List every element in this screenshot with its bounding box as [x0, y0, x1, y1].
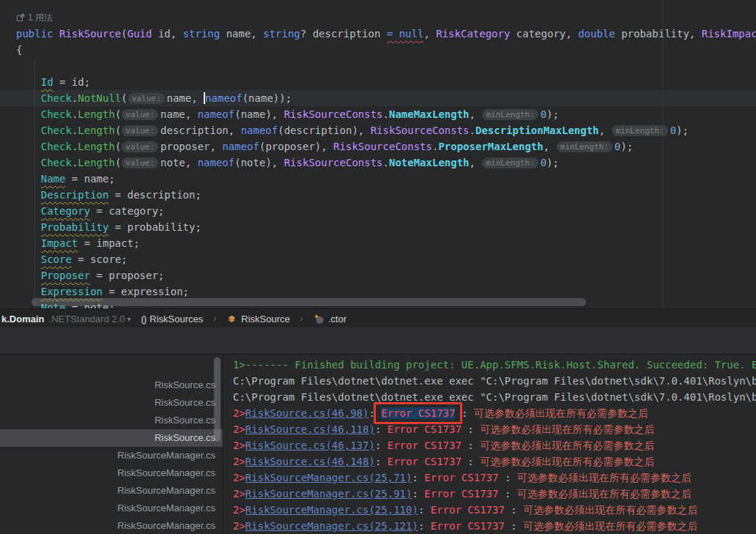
build-console-output[interactable]: 1>------- Finished building project: UE.…	[224, 355, 756, 534]
breadcrumb-item-namespace[interactable]: () RiskSources	[141, 314, 204, 325]
file-list-item[interactable]: RiskSourceManager.cs	[0, 464, 223, 482]
code-token: (	[115, 108, 121, 120]
code-token: 2>	[233, 440, 245, 451]
code-token: 2>	[233, 423, 245, 435]
code-token	[16, 237, 41, 249]
error-file-link[interactable]: RiskSourceManager.cs(25,91)	[245, 488, 412, 500]
editor-horizontal-scrollbar[interactable]	[32, 298, 586, 306]
code-token: :	[455, 407, 473, 419]
file-list-item[interactable]: RiskSource.cs	[0, 412, 223, 429]
inlay-hint: minLength:	[482, 157, 538, 168]
file-list-item[interactable]: RiskSourceManager.cs	[0, 447, 223, 464]
code-line[interactable]	[0, 58, 756, 74]
code-token: Error CS1737	[431, 520, 505, 532]
code-token: NameMaxLength	[389, 108, 470, 120]
code-line[interactable]: Check.Length(value:proposer, nameof(prop…	[0, 138, 756, 155]
error-file-link[interactable]: RiskSource.cs(46,137)	[245, 440, 375, 451]
namespace-icon: ()	[141, 314, 147, 325]
file-list-item[interactable]: RiskSource.cs	[0, 394, 223, 412]
code-token: Error CS1737	[431, 504, 505, 516]
code-line[interactable]: Proposer = proposer;	[0, 267, 756, 283]
code-line[interactable]: Probability = probability;	[0, 219, 756, 235]
code-token: {	[16, 44, 22, 56]
file-list-item[interactable]: RiskSource.cs	[0, 429, 223, 447]
console-line: 2>RiskSourceManager.cs(25,91): Error CS1…	[233, 486, 756, 502]
chevron-down-icon[interactable]: ▾	[127, 315, 131, 323]
code-token: ,	[544, 141, 556, 152]
code-token: nameof	[241, 125, 278, 136]
inlay-hint: value:	[122, 157, 158, 168]
code-token: Name	[41, 173, 66, 185]
file-list: RiskSource.csRiskSource.csRiskSource.csR…	[0, 355, 223, 534]
code-line[interactable]: Expression = expression;	[0, 283, 756, 300]
code-token: 0	[541, 108, 546, 120]
code-token: ? description	[300, 28, 387, 40]
code-token: 0	[670, 125, 676, 136]
console-line: 2>RiskSourceManager.cs(25,110): Error CS…	[233, 502, 756, 518]
code-token: Proposer	[41, 270, 90, 281]
code-token: );	[546, 157, 559, 168]
file-list-item[interactable]: RiskSource.cs	[0, 377, 223, 394]
code-token: NoteMaxLength	[389, 157, 470, 168]
code-token: C:\Program Files\dotnet\dotnet.exe exec …	[233, 375, 756, 387]
code-token: = category;	[90, 205, 164, 217]
file-list-item[interactable]: RiskSourceManager.cs	[0, 482, 223, 500]
code-token: 可选参数必须出现在所有必需参数之后	[523, 520, 697, 532]
error-file-link[interactable]: RiskSource.cs(46,98)	[245, 407, 369, 419]
code-line[interactable]: Check.Length(value:note, nameof(note), R…	[0, 155, 756, 171]
error-file-link[interactable]: RiskSourceManager.cs(25,121)	[245, 520, 418, 532]
code-line[interactable]: Check.Length(value:name, nameof(name), R…	[0, 106, 756, 122]
breadcrumb-separator: ›	[300, 314, 303, 324]
code-token: (name));	[242, 92, 292, 104]
breadcrumb-item-class[interactable]: RiskSource	[226, 314, 289, 325]
console-line: C:\Program Files\dotnet\dotnet.exe exec …	[233, 389, 756, 405]
code-token: note,	[160, 157, 198, 168]
build-output-panel: RiskSource.csRiskSource.csRiskSource.csR…	[0, 354, 756, 534]
error-file-link[interactable]: RiskSourceManager.cs(25,71)	[245, 472, 412, 483]
code-editor-pane[interactable]: 1 用法 public RiskSource(Guid id, string n…	[0, 0, 756, 308]
code-token: );	[546, 108, 559, 120]
code-token: :	[498, 488, 516, 500]
target-framework[interactable]: .NETStandard 2.0	[49, 314, 125, 325]
code-token: .	[383, 157, 389, 168]
code-token: probability,	[615, 28, 702, 40]
code-token: ,	[423, 28, 436, 40]
code-line[interactable]: Score = score;	[0, 251, 756, 267]
code-token: Error CS1737	[388, 440, 462, 451]
code-token: Length	[78, 157, 115, 168]
code-line[interactable]: Impact = impact;	[0, 235, 756, 251]
code-line[interactable]: Name = name;	[0, 171, 756, 187]
code-token: name,	[220, 28, 263, 40]
file-list-item[interactable]: RiskSourceManager.cs	[0, 517, 223, 534]
code-line[interactable]: Category = category;	[0, 203, 756, 219]
console-line: 2>RiskSource.cs(46,137): Error CS1737 : …	[233, 437, 756, 453]
inlay-hint: value:	[122, 141, 158, 152]
error-file-link[interactable]: RiskSourceManager.cs(25,110)	[245, 504, 418, 516]
file-list-scrollbar[interactable]	[214, 357, 220, 442]
inlay-hint: minLength:	[557, 141, 612, 152]
code-line[interactable]: {	[0, 42, 756, 58]
code-token: 2>	[233, 520, 245, 532]
code-token: Check	[41, 157, 72, 168]
usages-icon	[16, 13, 25, 22]
code-line[interactable]: Check.NotNull(value:name, nameof(name));	[0, 90, 756, 106]
code-token: (proposer),	[259, 141, 333, 152]
file-list-item[interactable]: RiskSourceManager.cs	[0, 500, 223, 517]
code-token: Error CS1737	[388, 456, 462, 467]
code-line[interactable]: Check.Length(value:description, nameof(d…	[0, 122, 756, 138]
code-line[interactable]: public RiskSource(Guid id, string name, …	[0, 26, 756, 42]
error-file-link[interactable]: RiskSource.cs(46,148)	[245, 456, 375, 467]
code-line[interactable]: Description = description;	[0, 187, 756, 203]
breadcrumb-item-ctor[interactable]: .ctor	[314, 314, 346, 325]
code-token: Check	[41, 92, 72, 104]
code-line[interactable]: Id = id;	[0, 74, 756, 90]
code-token: Length	[78, 141, 115, 152]
code-token: Description	[41, 189, 109, 201]
code-vision-usages[interactable]: 1 用法	[0, 10, 756, 26]
code-token: Error CS1737	[424, 472, 498, 483]
code-token: );	[620, 141, 633, 152]
code-token: = score;	[72, 253, 127, 265]
code-token: );	[676, 125, 689, 136]
project-name[interactable]: k.Domain	[1, 314, 45, 325]
error-file-link[interactable]: RiskSource.cs(46,118)	[245, 423, 375, 435]
